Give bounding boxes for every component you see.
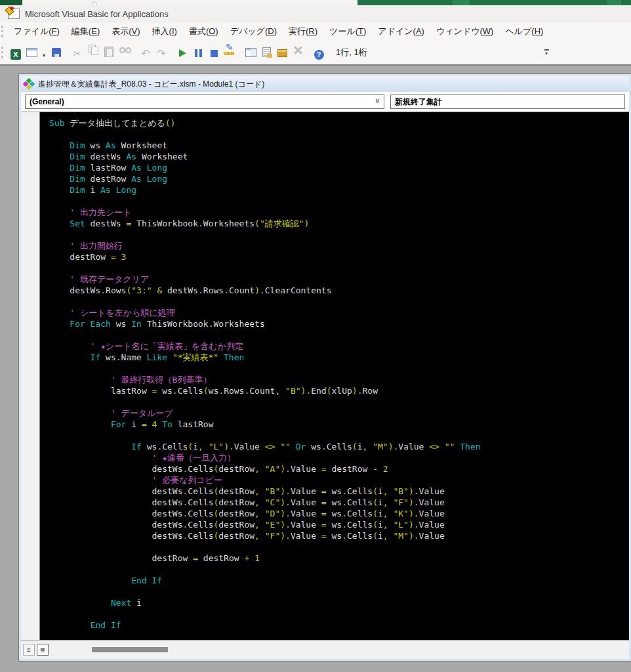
insert-userform-icon[interactable]: [24, 45, 39, 60]
code-line: [49, 564, 629, 575]
project-explorer-icon[interactable]: [243, 45, 258, 60]
code-line: [49, 129, 629, 140]
code-line: destWs.Cells(destRow, "F").Value = ws.Ce…: [49, 530, 629, 541]
code-window-titlebar[interactable]: 進捗管理＆実績集計表_R08.03 - コピー.xlsm - Module1 (…: [21, 76, 629, 92]
toolbar-options-button[interactable]: [542, 46, 551, 59]
chevron-down-icon[interactable]: ∨: [375, 96, 380, 105]
horizontal-scrollbar-thumb[interactable]: [92, 647, 168, 652]
code-line: Dim destWs As Worksheet: [49, 151, 629, 162]
excel-corner-block: [0, 0, 22, 5]
object-dropdown-value: (General): [30, 97, 64, 106]
code-line: [49, 608, 629, 620]
code-line: [49, 196, 629, 207]
help-icon[interactable]: [312, 47, 326, 62]
horizontal-scrollbar[interactable]: [49, 640, 629, 659]
menu-item-実行[interactable]: 実行(R): [283, 23, 323, 40]
code-window-bottom-bar: ≡ ≣: [21, 640, 629, 659]
menubar-drag-handle[interactable]: [1, 26, 5, 37]
object-procedure-row: (General) ∨ 新規終了集計: [21, 92, 629, 112]
menubar: ファイル(F)編集(E)表示(V)挿入(I)書式(O)デバッグ(D)実行(R)ツ…: [0, 22, 631, 41]
run-icon[interactable]: [175, 46, 190, 60]
toolbox-icon[interactable]: [291, 43, 305, 57]
toolbar: 1行, 1桁: [0, 41, 631, 64]
redo-icon[interactable]: [154, 46, 169, 60]
object-dropdown[interactable]: (General) ∨: [25, 94, 384, 109]
code-line: destWs.Cells(destRow, "B").Value = ws.Ce…: [49, 486, 629, 497]
reset-icon[interactable]: [207, 46, 221, 60]
save-icon[interactable]: [49, 45, 64, 60]
code-line: ' 必要な列コピー: [49, 474, 629, 486]
cut-icon[interactable]: [70, 47, 85, 61]
undo-icon[interactable]: [138, 46, 153, 60]
margin-indicator-bar[interactable]: [21, 112, 40, 640]
code-line: destRow = 3: [49, 251, 629, 262]
module-icon: [24, 79, 34, 89]
code-window: 進捗管理＆実績集計表_R08.03 - コピー.xlsm - Module1 (…: [18, 74, 631, 662]
code-editor[interactable]: Sub データ抽出してまとめる() Dim ws As Worksheet Di…: [40, 112, 629, 640]
object-browser-icon[interactable]: [275, 46, 289, 60]
code-window-title: 進捗管理＆実績集計表_R08.03 - コピー.xlsm - Module1 (…: [38, 79, 264, 90]
code-line: [49, 262, 629, 274]
code-line: ' データループ: [49, 408, 629, 419]
menu-item-ファイル[interactable]: ファイル(F): [8, 23, 66, 40]
code-line: lastRow = ws.Cells(ws.Rows.Count, "B").E…: [49, 385, 629, 396]
menu-item-編集[interactable]: 編集(E): [66, 23, 106, 40]
procedure-dropdown[interactable]: 新規終了集計: [390, 94, 625, 109]
vba-titlebar[interactable]: Microsoft Visual Basic for Applications: [0, 5, 631, 23]
menu-item-アドイン[interactable]: アドイン(A): [372, 23, 430, 40]
procedure-dropdown-value: 新規終了集計: [395, 96, 442, 108]
excel-green-band: [357, 0, 631, 5]
procedure-view-button[interactable]: ≡: [23, 644, 35, 656]
excel-window-controls-fragment: [607, 0, 621, 5]
code-line: If ws.Cells(i, "L").Value <> "" Or ws.Ce…: [49, 441, 629, 452]
code-line: destRow = destRow + 1: [49, 553, 629, 564]
code-line: [49, 430, 629, 441]
menu-item-デバッグ[interactable]: デバッグ(D): [224, 23, 283, 40]
code-line: [49, 541, 629, 553]
paste-icon[interactable]: [102, 45, 116, 59]
code-line: [49, 329, 629, 341]
code-line: Dim i As Long: [49, 184, 629, 196]
code-line: ' 最終行取得（B列基準）: [49, 374, 629, 385]
excel-window-strip: [0, 0, 631, 5]
menu-item-ツール[interactable]: ツール(T): [323, 23, 372, 40]
properties-window-icon[interactable]: [259, 45, 274, 59]
cursor-position-status: 1行, 1桁: [336, 47, 367, 58]
code-line: For i = 4 To lastRow: [49, 419, 629, 430]
menu-item-書式[interactable]: 書式(O): [183, 23, 224, 40]
design-mode-icon[interactable]: [222, 43, 237, 57]
find-icon[interactable]: [117, 43, 132, 57]
menu-item-ヘルプ[interactable]: ヘルプ(H): [499, 23, 549, 40]
code-line: If ws.Name Like "*実績表*" Then: [49, 352, 629, 363]
vba-app-icon: [8, 9, 20, 19]
window-title: Microsoft Visual Basic for Applications: [25, 9, 169, 19]
code-line: [49, 396, 629, 408]
break-icon[interactable]: [191, 46, 205, 60]
code-line: Set destWs = ThisWorkbook.Worksheets("請求…: [49, 218, 629, 229]
copy-icon[interactable]: [86, 43, 100, 57]
full-module-view-button[interactable]: ≣: [37, 644, 49, 656]
menu-item-ウィンドウ[interactable]: ウィンドウ(W): [430, 23, 499, 40]
code-line: For Each ws In ThisWorkbook.Worksheets: [49, 318, 629, 329]
code-line: [49, 296, 629, 307]
code-region: Sub データ抽出してまとめる() Dim ws As Worksheet Di…: [21, 112, 629, 640]
code-line: Dim destRow As Long: [49, 173, 629, 184]
code-line: destWs.Cells(destRow, "C").Value = ws.Ce…: [49, 497, 629, 508]
code-line: ' 出力先シート: [49, 207, 629, 218]
menu-item-挿入[interactable]: 挿入(I): [146, 23, 183, 40]
code-line: destWs.Cells(destRow, "D").Value = ws.Ce…: [49, 508, 629, 519]
code-line: [49, 586, 629, 597]
code-line: Sub データ抽出してまとめる(): [49, 117, 629, 129]
insert-dropdown-icon[interactable]: [40, 48, 48, 62]
code-line: destWs.Cells(destRow, "A").Value = destR…: [49, 463, 629, 474]
code-line: ' ★シート名に「実績表」を含むか判定: [49, 341, 629, 352]
view-excel-icon[interactable]: [9, 47, 23, 62]
code-line: Dim lastRow As Long: [49, 162, 629, 173]
code-line: [49, 229, 629, 240]
code-line: End If: [49, 575, 629, 586]
menu-item-表示[interactable]: 表示(V): [106, 23, 146, 40]
toolbar-drag-handle[interactable]: [1, 47, 5, 58]
code-line: Next i: [49, 597, 629, 608]
code-line: ' 出力開始行: [49, 240, 629, 251]
code-line: End If: [49, 620, 629, 631]
